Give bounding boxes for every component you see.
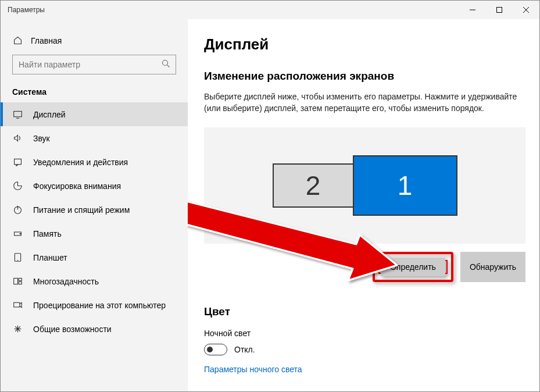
power-icon — [12, 205, 23, 215]
storage-icon — [12, 229, 23, 238]
window-title: Параметры — [8, 6, 45, 14]
minimize-button[interactable] — [459, 1, 486, 19]
svg-rect-17 — [19, 281, 22, 284]
night-light-settings-link[interactable]: Параметры ночного света — [204, 365, 302, 374]
sidebar-item-notifications[interactable]: Уведомления и действия — [1, 150, 188, 174]
sidebar-item-project[interactable]: Проецирование на этот компьютер — [1, 293, 188, 317]
sidebar-item-label: Питание и спящий режим — [33, 205, 130, 215]
svg-rect-1 — [497, 8, 502, 13]
svg-rect-6 — [13, 111, 22, 116]
maximize-button[interactable] — [486, 1, 513, 19]
identify-button[interactable]: Определить — [381, 258, 445, 276]
sidebar-item-display[interactable]: Дисплей — [1, 102, 188, 126]
detect-button[interactable]: Обнаружить — [460, 252, 525, 282]
display-arrangement-area[interactable]: 2 1 — [204, 127, 525, 244]
sidebar-home[interactable]: Главная — [1, 31, 188, 55]
focus-icon — [12, 181, 23, 191]
notifications-icon — [12, 157, 23, 167]
svg-rect-18 — [13, 302, 19, 307]
search-icon — [162, 59, 170, 70]
annotation-highlight: Определить — [373, 252, 453, 282]
svg-rect-8 — [14, 159, 21, 164]
sidebar-item-focus[interactable]: Фокусировка внимания — [1, 174, 188, 198]
arrange-heading: Изменение расположения экранов — [204, 70, 525, 83]
sidebar-item-storage[interactable]: Память — [1, 222, 188, 245]
tablet-icon — [12, 252, 23, 262]
home-icon — [12, 35, 23, 45]
sidebar-item-power[interactable]: Питание и спящий режим — [1, 198, 188, 222]
monitor-2[interactable]: 2 — [273, 163, 354, 208]
sidebar-item-label: Многозадачность — [33, 277, 99, 286]
close-button[interactable] — [513, 1, 539, 19]
svg-point-4 — [163, 60, 168, 66]
shared-icon — [12, 324, 23, 334]
night-light-label: Ночной свет — [204, 329, 525, 338]
sound-icon — [12, 133, 23, 143]
page-title: Дисплей — [204, 35, 525, 54]
sidebar-item-label: Планшет — [33, 253, 67, 262]
main-content: Дисплей Изменение расположения экранов В… — [188, 19, 539, 391]
arrangement-buttons: Определить Обнаружить — [204, 252, 525, 282]
titlebar-controls — [459, 1, 539, 19]
sidebar-nav: Дисплей Звук Уведомления и действия Фоку… — [1, 102, 188, 341]
sidebar-section-label: Система — [1, 85, 188, 102]
sidebar-home-label: Главная — [31, 36, 62, 45]
sidebar-item-label: Фокусировка внимания — [33, 181, 121, 191]
svg-point-12 — [20, 233, 20, 234]
color-heading: Цвет — [204, 305, 525, 318]
display-icon — [12, 109, 23, 119]
sidebar-item-label: Уведомления и действия — [33, 158, 128, 167]
monitor-1[interactable]: 1 — [353, 155, 457, 216]
multitask-icon — [12, 276, 23, 286]
svg-rect-16 — [19, 278, 22, 280]
sidebar-item-label: Общие возможности — [33, 325, 112, 334]
sidebar-item-sound[interactable]: Звук — [1, 126, 188, 150]
project-icon — [12, 300, 23, 310]
sidebar-item-label: Дисплей — [33, 110, 66, 119]
search-container — [12, 55, 176, 74]
sidebar-item-label: Проецирование на этот компьютер — [33, 301, 166, 310]
night-light-toggle[interactable] — [204, 344, 227, 355]
sidebar-item-tablet[interactable]: Планшет — [1, 245, 188, 269]
sidebar: Главная Система Дисплей Звук Уведомления… — [1, 19, 188, 391]
svg-line-5 — [167, 65, 170, 67]
search-input[interactable] — [12, 55, 176, 74]
sidebar-item-label: Память — [33, 229, 62, 238]
arrange-description: Выберите дисплей ниже, чтобы изменить ег… — [204, 91, 525, 115]
sidebar-item-shared[interactable]: Общие возможности — [1, 317, 188, 341]
titlebar: Параметры — [1, 1, 539, 19]
svg-rect-15 — [13, 278, 17, 284]
sidebar-item-label: Звук — [33, 134, 50, 143]
toggle-state-label: Откл. — [234, 345, 255, 354]
sidebar-item-multitask[interactable]: Многозадачность — [1, 269, 188, 293]
